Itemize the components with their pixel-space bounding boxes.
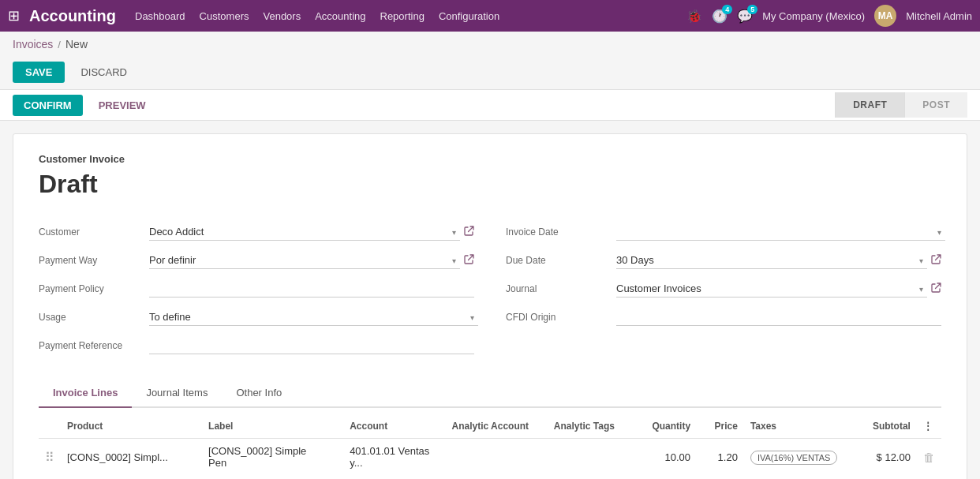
table-row: ⠿ [CONS_0002] Simpl... [CONS_0002] Simpl…: [39, 439, 941, 476]
col-account-header: Account: [343, 414, 445, 439]
row-drag-handle[interactable]: ⠿: [39, 439, 61, 476]
journal-arrow: ▾: [919, 285, 923, 294]
row-delete[interactable]: 🗑: [917, 439, 941, 476]
payment-reference-input[interactable]: [149, 337, 474, 354]
journal-select[interactable]: Customer Invoices: [616, 280, 927, 298]
form-right-column: Invoice Date ▾ Due Date 30 Days: [506, 218, 941, 360]
due-date-ext-link[interactable]: [931, 254, 941, 267]
due-date-arrow: ▾: [919, 256, 923, 265]
user-name: Mitchell Admin: [906, 10, 972, 22]
save-button[interactable]: SAVE: [13, 62, 65, 83]
nav-dashboard[interactable]: Dashboard: [135, 10, 185, 22]
breadcrumb-parent[interactable]: Invoices: [13, 38, 53, 51]
payment-policy-input[interactable]: [149, 280, 474, 298]
customer-select[interactable]: Deco Addict: [149, 223, 460, 241]
payment-way-ext-link[interactable]: [464, 254, 474, 267]
row-analytic-account[interactable]: [446, 439, 548, 476]
journal-ext-link[interactable]: [931, 283, 941, 295]
row-product[interactable]: [CONS_0002] Simpl...: [61, 439, 202, 476]
messages-icon-wrap[interactable]: 💬 5: [737, 9, 753, 24]
col-tags-header: Analytic Tags: [548, 414, 634, 439]
bug-icon-wrap[interactable]: 🐞: [686, 9, 702, 24]
invoice-date-input[interactable]: [616, 223, 945, 241]
row-quantity[interactable]: 10.00: [634, 439, 697, 476]
form-left-column: Customer Deco Addict ▾: [39, 218, 474, 360]
field-journal: Journal Customer Invoices ▾: [506, 275, 941, 303]
col-drag-header: [39, 414, 61, 439]
col-analytic-header: Analytic Account: [446, 414, 548, 439]
usage-select[interactable]: To define: [149, 309, 478, 326]
row-price[interactable]: 1.20: [697, 439, 744, 476]
action-bar: SAVE DISCARD: [0, 57, 980, 89]
messages-badge: 5: [747, 5, 757, 14]
tab-other-info[interactable]: Other Info: [222, 379, 296, 408]
label-payment-reference: Payment Reference: [39, 340, 149, 351]
breadcrumb: Invoices / New: [0, 32, 980, 57]
row-taxes[interactable]: IVA(16%) VENTAS: [744, 439, 854, 476]
tax-badge[interactable]: IVA(16%) VENTAS: [750, 451, 838, 465]
main-content: Customer Invoice Draft Customer Deco Add…: [0, 121, 980, 479]
label-customer: Customer: [39, 226, 149, 238]
preview-button[interactable]: PREVIEW: [91, 95, 154, 116]
col-label-header: Label: [202, 414, 343, 439]
field-due-date: Due Date 30 Days ▾: [506, 246, 941, 275]
confirm-button[interactable]: CONFIRM: [13, 95, 83, 116]
status-step-draft[interactable]: DRAFT: [835, 92, 904, 118]
activity-icon-wrap[interactable]: 🕐 4: [712, 9, 728, 24]
status-bar: CONFIRM PREVIEW DRAFT POST: [0, 89, 980, 121]
row-analytic-tags[interactable]: [548, 439, 634, 476]
label-usage: Usage: [39, 312, 149, 323]
field-customer: Customer Deco Addict ▾: [39, 218, 474, 246]
label-payment-policy: Payment Policy: [39, 283, 149, 294]
payment-way-arrow: ▾: [452, 256, 456, 265]
row-subtotal: $ 12.00: [854, 439, 917, 476]
delete-row-icon[interactable]: 🗑: [923, 451, 935, 464]
apps-menu-icon[interactable]: ⊞: [8, 7, 20, 24]
cfdi-origin-input[interactable]: [616, 309, 941, 326]
app-brand: Accounting: [29, 7, 116, 25]
payment-way-select[interactable]: Por definir: [149, 252, 460, 269]
col-product-header: Product: [61, 414, 202, 439]
label-invoice-date: Invoice Date: [506, 226, 616, 238]
row-label[interactable]: [CONS_0002] Simple Pen: [202, 439, 343, 476]
status-step-post[interactable]: POST: [904, 92, 967, 118]
due-date-select[interactable]: 30 Days: [616, 252, 927, 269]
user-avatar[interactable]: MA: [874, 5, 896, 27]
discard-button[interactable]: DISCARD: [71, 62, 137, 83]
status-steps: DRAFT POST: [835, 92, 967, 118]
topnav-right: 🐞 🕐 4 💬 5 My Company (Mexico) MA Mitchel…: [686, 5, 972, 27]
col-subtotal-header: Subtotal: [854, 414, 917, 439]
nav-accounting[interactable]: Accounting: [315, 10, 365, 22]
col-price-header: Price: [697, 414, 744, 439]
tab-journal-items[interactable]: Journal Items: [132, 379, 222, 408]
field-payment-policy: Payment Policy: [39, 275, 474, 303]
nav-customers[interactable]: Customers: [200, 10, 249, 22]
field-usage: Usage To define ▾: [39, 303, 474, 331]
tab-invoice-lines[interactable]: Invoice Lines: [39, 379, 132, 408]
field-cfdi-origin: CFDI Origin: [506, 303, 941, 331]
add-row-bar: Add a line Add a section Add a note: [39, 475, 941, 479]
activity-badge: 4: [722, 5, 732, 14]
nav-reporting[interactable]: Reporting: [380, 10, 425, 22]
breadcrumb-current: New: [65, 38, 88, 51]
label-due-date: Due Date: [506, 255, 616, 266]
field-payment-reference: Payment Reference: [39, 331, 474, 360]
col-qty-header: Quantity: [634, 414, 697, 439]
customer-ext-link[interactable]: [464, 226, 474, 238]
nav-vendors[interactable]: Vendors: [263, 10, 301, 22]
bug-icon: 🐞: [686, 9, 702, 23]
col-menu-header: ⋮: [917, 414, 941, 439]
label-payment-way: Payment Way: [39, 255, 149, 266]
company-name[interactable]: My Company (Mexico): [762, 10, 865, 22]
nav-links: Dashboard Customers Vendors Accounting R…: [135, 10, 686, 22]
nav-configuration[interactable]: Configuration: [439, 10, 499, 22]
field-customer-input: Deco Addict ▾: [149, 223, 474, 241]
form-fields-grid: Customer Deco Addict ▾: [39, 218, 941, 360]
field-payment-way-input: Por definir ▾: [149, 252, 474, 269]
invoice-date-arrow: ▾: [937, 228, 941, 237]
row-account[interactable]: 401.01.01 Ventas y...: [343, 439, 445, 476]
tabs-bar: Invoice Lines Journal Items Other Info: [39, 379, 941, 408]
invoice-status: Draft: [39, 170, 941, 199]
field-payment-way: Payment Way Por definir ▾: [39, 246, 474, 275]
breadcrumb-separator: /: [58, 39, 61, 51]
